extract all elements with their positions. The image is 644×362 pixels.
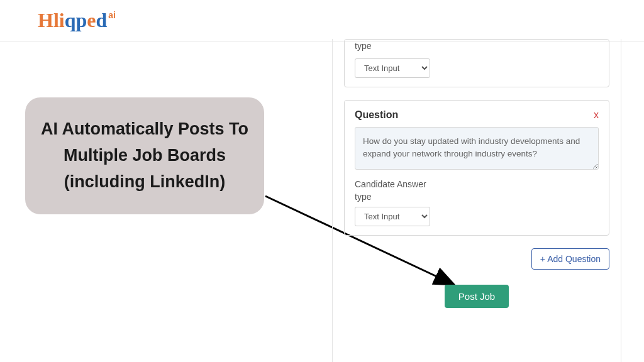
answer-type-select[interactable]: Text Input — [355, 207, 430, 226]
question-title: Question — [355, 109, 398, 121]
callout-text: AI Automatically Posts To Multiple Job B… — [40, 116, 249, 195]
question-card-partial: type Text Input — [344, 39, 609, 87]
logo-text: Hliqped — [38, 9, 107, 32]
answer-type-section: Candidate Answer type Text Input — [355, 178, 599, 226]
remove-question-button[interactable]: x — [594, 109, 599, 121]
answer-type-label: type — [355, 191, 599, 204]
feature-callout: AI Automatically Posts To Multiple Job B… — [25, 97, 264, 214]
post-job-button[interactable]: Post Job — [445, 285, 509, 308]
question-card: Question x Candidate Answer type Text In… — [344, 100, 609, 236]
logo-superscript: ai — [108, 10, 116, 20]
add-question-row: + Add Question — [344, 248, 609, 270]
header: Hliqped ai — [0, 0, 644, 41]
logo[interactable]: Hliqped ai — [38, 9, 116, 32]
add-question-button[interactable]: + Add Question — [531, 248, 609, 270]
post-job-row: Post Job — [344, 285, 609, 308]
answer-type-label: type — [355, 41, 599, 51]
answer-type-select[interactable]: Text Input — [355, 58, 430, 78]
question-textarea[interactable] — [355, 127, 599, 170]
job-form-panel: type Text Input Question x Candidate Ans… — [332, 39, 621, 362]
question-header: Question x — [355, 109, 599, 121]
candidate-answer-label: Candidate Answer — [355, 178, 599, 191]
